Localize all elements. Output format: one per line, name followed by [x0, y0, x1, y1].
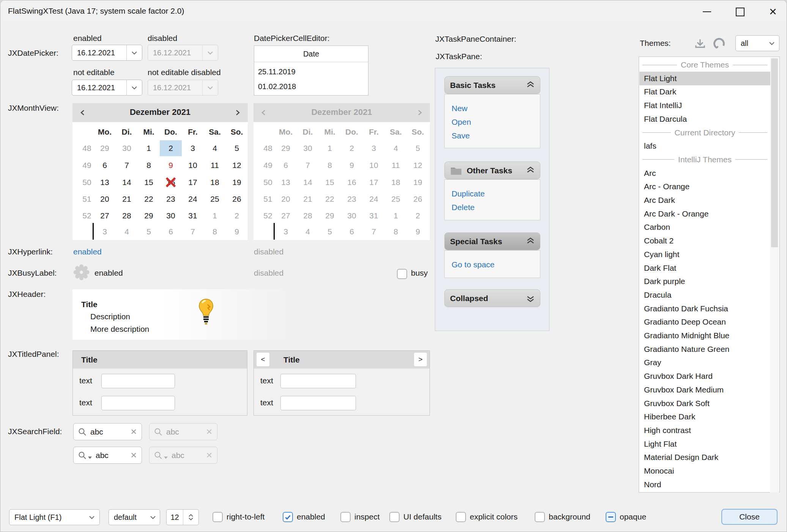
theme-list-item[interactable]: Gradianto Deep Ocean	[639, 315, 770, 329]
taskpane-other-header[interactable]: Other Tasks	[444, 162, 540, 179]
taskpane-link[interactable]: Duplicate	[452, 187, 540, 201]
search-input[interactable]: abc	[90, 427, 126, 436]
checkbox-label[interactable]: UI defaults	[403, 512, 441, 522]
day-cell[interactable]: 19	[226, 174, 248, 190]
close-button[interactable]: Close	[721, 509, 778, 525]
checkbox-enabled[interactable]	[283, 512, 293, 522]
checkbox-label[interactable]: opaque	[620, 512, 646, 522]
chevron-down-icon[interactable]	[126, 80, 142, 95]
theme-list-item[interactable]: Nord	[639, 478, 770, 491]
theme-list-item[interactable]: Carbon	[639, 220, 770, 234]
theme-list-item[interactable]: Gradianto Nature Green	[639, 342, 770, 356]
busy-checkbox-label[interactable]: busy	[411, 268, 428, 278]
day-cell[interactable]: 20	[94, 191, 116, 207]
day-cell[interactable]: 22	[138, 191, 160, 207]
day-cell[interactable]: 6	[94, 157, 116, 173]
github-icon[interactable]	[712, 37, 726, 52]
theme-list-item[interactable]: Flat Light	[639, 72, 770, 85]
titled-panel-right-nav-button[interactable]: >	[414, 352, 427, 367]
theme-list-item[interactable]: Flat Dark	[639, 85, 770, 99]
theme-list-item[interactable]: Gradianto Midnight Blue	[639, 329, 770, 342]
checkbox-label[interactable]: background	[549, 512, 590, 522]
spinner-arrows[interactable]	[183, 510, 198, 525]
day-cell[interactable]: 8	[138, 157, 160, 173]
day-cell[interactable]: 21	[116, 191, 138, 207]
taskpane-link[interactable]: Go to space	[452, 258, 540, 271]
day-cell[interactable]: 6	[160, 224, 182, 240]
theme-list-item[interactable]: Dark Flat	[639, 261, 770, 275]
next-month-button[interactable]	[232, 108, 243, 117]
titled-panel-right-field-1[interactable]	[280, 374, 356, 388]
theme-list-item[interactable]: Cyan light	[639, 248, 770, 261]
day-cell[interactable]: 7	[116, 157, 138, 173]
titled-panel-right-field-2[interactable]	[280, 396, 356, 410]
taskpane-link[interactable]: New	[452, 102, 540, 115]
chevron-down-icon[interactable]	[146, 510, 160, 525]
taskpane-link[interactable]: Save	[452, 129, 540, 143]
hyperlink-enabled[interactable]: enabled	[73, 246, 102, 257]
download-icon[interactable]	[694, 38, 706, 51]
day-cell[interactable]: 30	[116, 140, 138, 156]
titled-panel-left-field-1[interactable]	[101, 374, 175, 388]
table-header-date[interactable]: Date	[254, 46, 368, 62]
font-size-spinner[interactable]: 12	[166, 509, 199, 525]
search-input[interactable]: abc	[96, 451, 126, 460]
day-cell[interactable]: 27	[94, 208, 116, 224]
expand-chevron-icon[interactable]	[526, 294, 535, 302]
themes-list[interactable]: Core ThemesFlat LightFlat DarkFlat Intel…	[639, 56, 780, 493]
checkbox-ui-defaults[interactable]	[389, 512, 400, 522]
day-cell[interactable]: 4	[204, 140, 226, 156]
theme-list-item[interactable]: Cobalt 2	[639, 234, 770, 248]
checkbox-label[interactable]: right-to-left	[227, 512, 264, 522]
themes-filter-combo[interactable]: all	[735, 35, 779, 51]
taskpane-collapsed-header[interactable]: Collapsed	[444, 289, 540, 307]
day-cell[interactable]: 17	[182, 174, 204, 190]
checkbox-opaque[interactable]	[606, 512, 616, 522]
day-cell[interactable]: 9	[160, 157, 182, 173]
day-cell[interactable]: 10	[182, 157, 204, 173]
monthview-enabled[interactable]: Dezember 2021 Mo.Di.Mi.Do.Fr.Sa.So.48293…	[72, 103, 248, 240]
day-cell[interactable]: 7	[182, 224, 204, 240]
checkbox-explicit-colors[interactable]	[456, 512, 466, 522]
day-cell[interactable]: 15	[138, 174, 160, 190]
day-cell[interactable]: 23	[160, 191, 182, 207]
clear-icon[interactable]: ✕	[130, 451, 137, 460]
titled-panel-left-nav-button[interactable]: <	[256, 352, 270, 367]
theme-list-item[interactable]: High contrast	[639, 424, 770, 437]
checkbox-inspect[interactable]	[340, 512, 351, 522]
day-cell[interactable]: 24	[182, 191, 204, 207]
theme-list-item[interactable]: Monocai	[639, 464, 770, 478]
taskpane-basic-header[interactable]: Basic Tasks	[444, 76, 540, 94]
theme-list-item[interactable]: Hiberbee Dark	[639, 410, 770, 424]
day-cell[interactable]: 26	[226, 191, 248, 207]
search-field-dropdown-enabled[interactable]: abc ✕	[73, 447, 142, 464]
close-window-button[interactable]: ✕	[759, 0, 787, 23]
scrollbar-thumb[interactable]	[771, 58, 778, 247]
theme-list-item[interactable]: Gruvbox Dark Medium	[639, 383, 770, 397]
collapse-chevron-icon[interactable]	[526, 237, 535, 245]
clear-icon[interactable]: ✕	[130, 427, 137, 436]
theme-list-item[interactable]: lafs	[639, 139, 770, 153]
day-cell[interactable]: 1	[204, 208, 226, 224]
maximize-button[interactable]	[726, 0, 754, 23]
checkbox-label[interactable]: explicit colors	[470, 512, 518, 522]
day-cell[interactable]: 3	[94, 224, 116, 240]
theme-list-item[interactable]: Material Design Dark	[639, 450, 770, 464]
day-cell[interactable]: 28	[116, 208, 138, 224]
cell-editor-table[interactable]: Date 25.11.2019 01.02.2018	[254, 46, 368, 96]
day-cell[interactable]: 2	[226, 208, 248, 224]
day-cell[interactable]: 29	[94, 140, 116, 156]
collapse-chevron-icon[interactable]	[526, 81, 535, 89]
theme-list-item[interactable]: Flat IntelliJ	[639, 99, 770, 112]
day-cell[interactable]: 25	[204, 191, 226, 207]
day-cell[interactable]: 5	[138, 224, 160, 240]
day-cell[interactable]: 18	[204, 174, 226, 190]
theme-list-item[interactable]: Gruvbox Dark Hard	[639, 369, 770, 383]
theme-list-item[interactable]: Arc Dark - Orange	[639, 207, 770, 221]
theme-list-item[interactable]: Dark purple	[639, 275, 770, 288]
day-cell[interactable]: 1	[138, 140, 160, 156]
datepicker-enabled[interactable]: 16.12.2021	[72, 45, 142, 61]
busy-checkbox[interactable]	[397, 269, 407, 279]
collapse-chevron-icon[interactable]	[526, 166, 535, 174]
taskpane-link[interactable]: Open	[452, 115, 540, 129]
